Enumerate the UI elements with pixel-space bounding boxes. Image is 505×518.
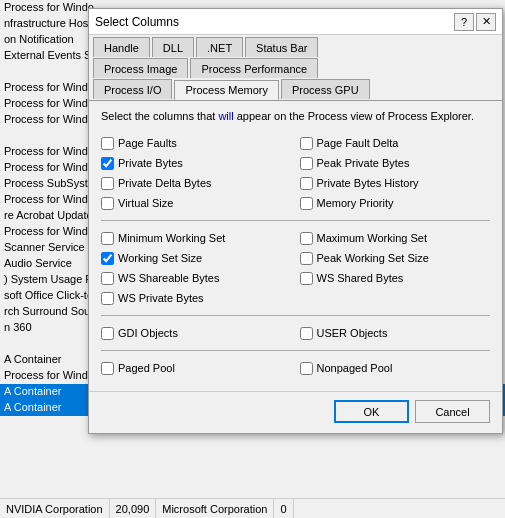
checkbox-grid-4: Paged Pool Nonpaged Pool xyxy=(101,359,490,377)
description-emphasis: will xyxy=(218,110,233,122)
checkbox-virtual-size-label: Virtual Size xyxy=(118,197,173,209)
checkbox-group-4: Paged Pool Nonpaged Pool xyxy=(101,359,490,377)
checkbox-ws-shareable-bytes-input[interactable] xyxy=(101,272,114,285)
checkbox-page-fault-delta-label: Page Fault Delta xyxy=(317,137,399,149)
dialog-footer: OK Cancel xyxy=(89,391,502,433)
checkbox-private-bytes-label: Private Bytes xyxy=(118,157,183,169)
checkbox-page-fault-delta-input[interactable] xyxy=(300,137,313,150)
checkbox-working-set-size-input[interactable] xyxy=(101,252,114,265)
checkbox-ws-shareable-bytes[interactable]: WS Shareable Bytes xyxy=(101,269,292,287)
tab-process-io[interactable]: Process I/O xyxy=(93,79,172,99)
select-columns-dialog: Select Columns ? ✕ Handle DLL .NET Statu… xyxy=(88,8,503,434)
checkbox-paged-pool-label: Paged Pool xyxy=(118,362,175,374)
tab-process-image[interactable]: Process Image xyxy=(93,58,188,78)
checkbox-nonpaged-pool[interactable]: Nonpaged Pool xyxy=(300,359,491,377)
checkbox-min-working-set-label: Minimum Working Set xyxy=(118,232,225,244)
checkbox-page-faults[interactable]: Page Faults xyxy=(101,134,292,152)
checkbox-peak-private-bytes-label: Peak Private Bytes xyxy=(317,157,410,169)
tab-process-gpu[interactable]: Process GPU xyxy=(281,79,370,99)
title-bar-buttons: ? ✕ xyxy=(454,13,496,31)
cancel-button[interactable]: Cancel xyxy=(415,400,490,423)
checkbox-paged-pool[interactable]: Paged Pool xyxy=(101,359,292,377)
tab-status-bar[interactable]: Status Bar xyxy=(245,37,318,57)
checkbox-memory-priority[interactable]: Memory Priority xyxy=(300,194,491,212)
checkbox-private-bytes[interactable]: Private Bytes xyxy=(101,154,292,172)
checkbox-gdi-objects[interactable]: GDI Objects xyxy=(101,324,292,342)
checkbox-group-2: Minimum Working Set Maximum Working Set … xyxy=(101,229,490,307)
checkbox-user-objects[interactable]: USER Objects xyxy=(300,324,491,342)
checkbox-peak-working-set-size[interactable]: Peak Working Set Size xyxy=(300,249,491,267)
checkbox-memory-priority-label: Memory Priority xyxy=(317,197,394,209)
checkbox-page-faults-input[interactable] xyxy=(101,137,114,150)
tab-dll[interactable]: DLL xyxy=(152,37,194,57)
checkbox-private-bytes-input[interactable] xyxy=(101,157,114,170)
checkbox-private-delta-bytes-label: Private Delta Bytes xyxy=(118,177,212,189)
tab-row-2: Process Image Process Performance xyxy=(93,58,498,78)
checkbox-working-set-size-label: Working Set Size xyxy=(118,252,202,264)
checkbox-gdi-objects-input[interactable] xyxy=(101,327,114,340)
checkbox-private-bytes-history-input[interactable] xyxy=(300,177,313,190)
checkbox-private-bytes-history[interactable]: Private Bytes History xyxy=(300,174,491,192)
tab-process-performance[interactable]: Process Performance xyxy=(190,58,318,78)
checkbox-nonpaged-pool-input[interactable] xyxy=(300,362,313,375)
tab-row-3: Process I/O Process Memory Process GPU xyxy=(93,79,498,99)
checkbox-page-fault-delta[interactable]: Page Fault Delta xyxy=(300,134,491,152)
checkbox-peak-working-set-size-label: Peak Working Set Size xyxy=(317,252,429,264)
checkbox-group-1: Page Faults Page Fault Delta Private Byt… xyxy=(101,134,490,212)
divider-3 xyxy=(101,350,490,351)
dialog-title-bar: Select Columns ? ✕ xyxy=(89,9,502,35)
dialog-title: Select Columns xyxy=(95,15,179,29)
checkbox-page-faults-label: Page Faults xyxy=(118,137,177,149)
checkbox-ws-shared-bytes-label: WS Shared Bytes xyxy=(317,272,404,284)
checkbox-virtual-size[interactable]: Virtual Size xyxy=(101,194,292,212)
checkbox-private-delta-bytes[interactable]: Private Delta Bytes xyxy=(101,174,292,192)
checkbox-peak-working-set-size-input[interactable] xyxy=(300,252,313,265)
checkbox-grid-1: Page Faults Page Fault Delta Private Byt… xyxy=(101,134,490,212)
close-button[interactable]: ✕ xyxy=(476,13,496,31)
checkbox-peak-private-bytes-input[interactable] xyxy=(300,157,313,170)
checkbox-group-3: GDI Objects USER Objects xyxy=(101,324,490,342)
help-button[interactable]: ? xyxy=(454,13,474,31)
checkbox-nonpaged-pool-label: Nonpaged Pool xyxy=(317,362,393,374)
modal-overlay: Select Columns ? ✕ Handle DLL .NET Statu… xyxy=(0,0,505,518)
dialog-description: Select the columns that will appear on t… xyxy=(101,109,490,124)
checkbox-private-bytes-history-label: Private Bytes History xyxy=(317,177,419,189)
checkbox-max-working-set-input[interactable] xyxy=(300,232,313,245)
tab-container: Handle DLL .NET Status Bar Process Image… xyxy=(89,35,502,101)
dialog-content: Select the columns that will appear on t… xyxy=(89,101,502,391)
checkbox-min-working-set[interactable]: Minimum Working Set xyxy=(101,229,292,247)
tab-process-memory[interactable]: Process Memory xyxy=(174,80,279,100)
tab-handle[interactable]: Handle xyxy=(93,37,150,57)
checkbox-ws-private-bytes-label: WS Private Bytes xyxy=(118,292,204,304)
checkbox-grid-2: Minimum Working Set Maximum Working Set … xyxy=(101,229,490,307)
checkbox-paged-pool-input[interactable] xyxy=(101,362,114,375)
checkbox-max-working-set-label: Maximum Working Set xyxy=(317,232,427,244)
checkbox-grid-3: GDI Objects USER Objects xyxy=(101,324,490,342)
tab-net[interactable]: .NET xyxy=(196,37,243,57)
divider-1 xyxy=(101,220,490,221)
checkbox-working-set-size[interactable]: Working Set Size xyxy=(101,249,292,267)
ok-button[interactable]: OK xyxy=(334,400,409,423)
checkbox-gdi-objects-label: GDI Objects xyxy=(118,327,178,339)
divider-2 xyxy=(101,315,490,316)
checkbox-ws-shared-bytes[interactable]: WS Shared Bytes xyxy=(300,269,491,287)
tab-row-1: Handle DLL .NET Status Bar xyxy=(93,37,498,57)
checkbox-ws-private-bytes[interactable]: WS Private Bytes xyxy=(101,289,292,307)
checkbox-private-delta-bytes-input[interactable] xyxy=(101,177,114,190)
checkbox-min-working-set-input[interactable] xyxy=(101,232,114,245)
checkbox-user-objects-label: USER Objects xyxy=(317,327,388,339)
checkbox-ws-shareable-bytes-label: WS Shareable Bytes xyxy=(118,272,220,284)
checkbox-peak-private-bytes[interactable]: Peak Private Bytes xyxy=(300,154,491,172)
checkbox-ws-private-bytes-input[interactable] xyxy=(101,292,114,305)
checkbox-max-working-set[interactable]: Maximum Working Set xyxy=(300,229,491,247)
checkbox-ws-shared-bytes-input[interactable] xyxy=(300,272,313,285)
checkbox-memory-priority-input[interactable] xyxy=(300,197,313,210)
checkbox-user-objects-input[interactable] xyxy=(300,327,313,340)
checkbox-virtual-size-input[interactable] xyxy=(101,197,114,210)
